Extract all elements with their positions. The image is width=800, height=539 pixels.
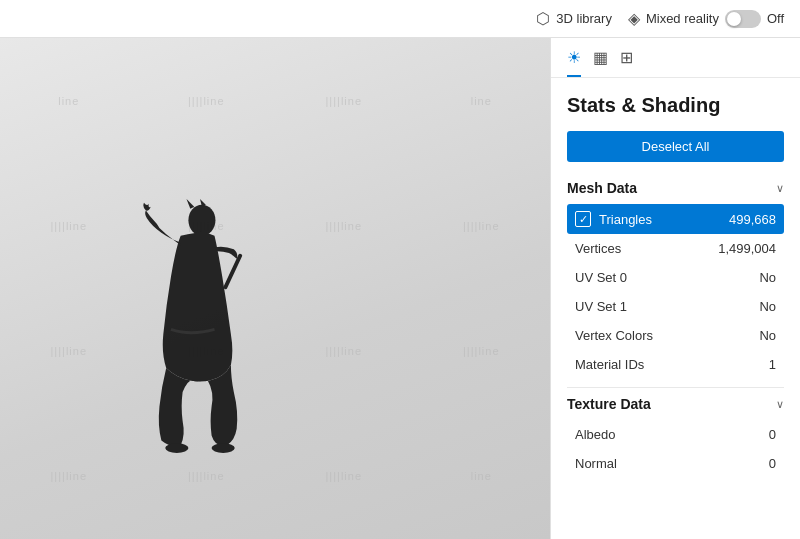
row-vertices[interactable]: Vertices 1,499,004 bbox=[567, 234, 784, 263]
main-content: line ||||line ||||line line ||||line |||… bbox=[0, 38, 800, 539]
uv-set-0-value: No bbox=[759, 270, 776, 285]
tab-stats[interactable]: ▦ bbox=[593, 48, 608, 77]
toggle-thumb bbox=[727, 12, 741, 26]
deselect-all-button[interactable]: Deselect All bbox=[567, 131, 784, 162]
row-uv-set-1[interactable]: UV Set 1 No bbox=[567, 292, 784, 321]
mesh-section-title: Mesh Data bbox=[567, 180, 637, 196]
library-button[interactable]: ⬡ 3D library bbox=[536, 9, 612, 28]
svg-point-5 bbox=[212, 443, 235, 453]
row-normal[interactable]: Normal 0 bbox=[567, 449, 784, 478]
panel-body: Stats & Shading Deselect All Mesh Data ∨… bbox=[551, 78, 800, 498]
panel-title: Stats & Shading bbox=[567, 94, 784, 117]
tab-shading[interactable]: ☀ bbox=[567, 48, 581, 77]
watermark-8: ||||line bbox=[413, 163, 551, 288]
svg-rect-3 bbox=[223, 253, 243, 290]
tab-grid[interactable]: ⊞ bbox=[620, 48, 633, 77]
albedo-label: Albedo bbox=[575, 427, 615, 442]
uv-set-0-label: UV Set 0 bbox=[575, 270, 627, 285]
panel-tabs: ☀ ▦ ⊞ bbox=[551, 38, 800, 78]
vertex-colors-label: Vertex Colors bbox=[575, 328, 653, 343]
triangles-checkbox: ✓ bbox=[575, 211, 591, 227]
watermark-12: ||||line bbox=[413, 289, 551, 414]
library-icon: ⬡ bbox=[536, 9, 550, 28]
material-ids-label: Material IDs bbox=[575, 357, 644, 372]
uv-set-1-label: UV Set 1 bbox=[575, 299, 627, 314]
row-uv-set-0[interactable]: UV Set 0 No bbox=[567, 263, 784, 292]
watermark-16: line bbox=[413, 414, 551, 539]
svg-point-0 bbox=[188, 205, 215, 236]
watermark-7: ||||line bbox=[275, 163, 413, 288]
uv-set-1-value: No bbox=[759, 299, 776, 314]
toggle-off-label: Off bbox=[767, 11, 784, 26]
section-divider bbox=[567, 387, 784, 388]
watermark-4: line bbox=[413, 38, 551, 163]
svg-point-4 bbox=[165, 443, 188, 453]
texture-data-section: Texture Data ∨ Albedo 0 Normal 0 bbox=[567, 396, 784, 478]
row-triangles-label: ✓ Triangles bbox=[575, 211, 652, 227]
albedo-value: 0 bbox=[769, 427, 776, 442]
right-panel: ☀ ▦ ⊞ Stats & Shading Deselect All Mesh … bbox=[550, 38, 800, 539]
triangles-value: 499,668 bbox=[729, 212, 776, 227]
material-ids-value: 1 bbox=[769, 357, 776, 372]
viewport: line ||||line ||||line line ||||line |||… bbox=[0, 38, 550, 539]
mesh-section-header[interactable]: Mesh Data ∨ bbox=[567, 180, 784, 196]
row-vertices-label: Vertices bbox=[575, 241, 621, 256]
texture-section-title: Texture Data bbox=[567, 396, 651, 412]
mesh-chevron-icon: ∨ bbox=[776, 182, 784, 195]
row-albedo[interactable]: Albedo 0 bbox=[567, 420, 784, 449]
library-label: 3D library bbox=[556, 11, 612, 26]
topbar: ⬡ 3D library ◈ Mixed reality Off bbox=[0, 0, 800, 38]
watermark-11: ||||line bbox=[275, 289, 413, 414]
vertices-value: 1,499,004 bbox=[718, 241, 776, 256]
watermark-15: ||||line bbox=[275, 414, 413, 539]
row-material-ids[interactable]: Material IDs 1 bbox=[567, 350, 784, 379]
model-silhouette bbox=[120, 199, 280, 479]
watermark-9: ||||line bbox=[0, 289, 138, 414]
toggle-track[interactable] bbox=[725, 10, 761, 28]
mixed-reality-icon: ◈ bbox=[628, 9, 640, 28]
mesh-data-section: Mesh Data ∨ ✓ Triangles 499,668 Vertices… bbox=[567, 180, 784, 379]
watermark-13: ||||line bbox=[0, 414, 138, 539]
row-vertex-colors[interactable]: Vertex Colors No bbox=[567, 321, 784, 350]
vertex-colors-value: No bbox=[759, 328, 776, 343]
texture-chevron-icon: ∨ bbox=[776, 398, 784, 411]
watermark-1: line bbox=[0, 38, 138, 163]
normal-label: Normal bbox=[575, 456, 617, 471]
mixed-reality-label: Mixed reality bbox=[646, 11, 719, 26]
row-triangles[interactable]: ✓ Triangles 499,668 bbox=[567, 204, 784, 234]
watermark-5: ||||line bbox=[0, 163, 138, 288]
watermark-3: ||||line bbox=[275, 38, 413, 163]
texture-section-header[interactable]: Texture Data ∨ bbox=[567, 396, 784, 412]
watermark-2: ||||line bbox=[138, 38, 276, 163]
svg-marker-1 bbox=[186, 199, 194, 209]
mixed-reality-button[interactable]: ◈ Mixed reality Off bbox=[628, 9, 784, 28]
normal-value: 0 bbox=[769, 456, 776, 471]
